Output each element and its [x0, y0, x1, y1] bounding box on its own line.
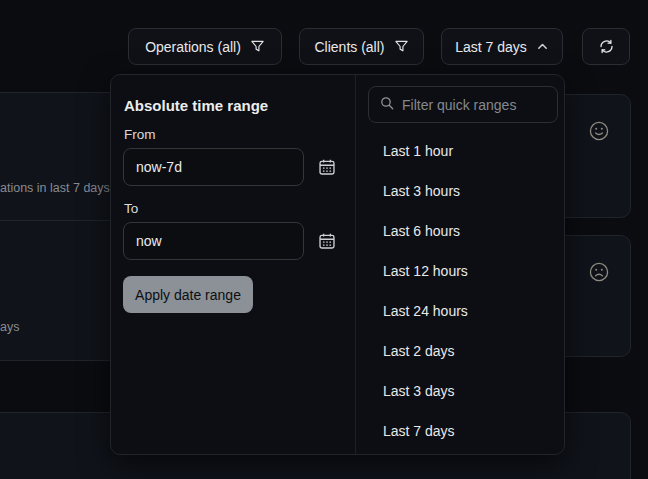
to-calendar-button[interactable] [317, 232, 337, 252]
operations-filter-button[interactable]: Operations (all) [128, 28, 282, 65]
funnel-icon [250, 39, 265, 54]
quick-ranges-search[interactable] [368, 86, 558, 123]
to-label: To [124, 201, 138, 216]
quick-ranges-filter-input[interactable] [402, 97, 546, 113]
time-picker-dropdown: Absolute time range From To Apply date r… [110, 74, 565, 455]
quick-range-option-last-7-days[interactable]: Last 7 days [356, 411, 565, 451]
time-range-button[interactable]: Last 7 days [441, 28, 563, 65]
from-calendar-button[interactable] [317, 158, 337, 178]
smiley-face-icon [588, 120, 610, 142]
apply-date-range-button[interactable]: Apply date range [123, 276, 253, 313]
chevron-up-icon [536, 40, 549, 53]
search-icon [380, 96, 394, 114]
from-label: From [124, 127, 156, 142]
quick-ranges-column: Last 1 hour Last 3 hours Last 6 hours La… [355, 75, 565, 454]
quick-range-option-last-3-hours[interactable]: Last 3 hours [356, 171, 565, 211]
operations-filter-label: Operations (all) [145, 39, 241, 55]
refresh-button[interactable] [582, 28, 630, 65]
calendar-icon [318, 238, 336, 253]
funnel-icon [394, 39, 409, 54]
quick-range-option-last-12-hours[interactable]: Last 12 hours [356, 251, 565, 291]
quick-range-option-last-2-days[interactable]: Last 2 days [356, 331, 565, 371]
clients-filter-button[interactable]: Clients (all) [299, 28, 424, 65]
clients-filter-label: Clients (all) [314, 39, 384, 55]
from-input[interactable] [123, 148, 304, 186]
quick-range-option-last-1-hour[interactable]: Last 1 hour [356, 131, 565, 171]
to-input[interactable] [123, 222, 304, 260]
frown-face-icon [588, 261, 610, 283]
quick-range-option-last-6-hours[interactable]: Last 6 hours [356, 211, 565, 251]
stats-card-subtext-top: ations in last 7 days [0, 181, 110, 195]
refresh-icon [598, 38, 615, 55]
time-range-label: Last 7 days [455, 39, 527, 55]
quick-range-option-last-3-days[interactable]: Last 3 days [356, 371, 565, 411]
stats-card-subtext-bottom: ays [0, 320, 19, 334]
absolute-time-range-title: Absolute time range [124, 97, 268, 114]
calendar-icon [318, 164, 336, 179]
quick-range-option-last-24-hours[interactable]: Last 24 hours [356, 291, 565, 331]
quick-ranges-list: Last 1 hour Last 3 hours Last 6 hours La… [356, 131, 565, 451]
